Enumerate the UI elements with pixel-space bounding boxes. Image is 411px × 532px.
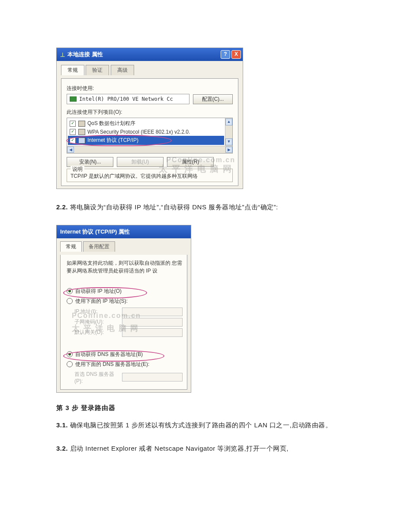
titlebar-icon: ⊥ bbox=[60, 51, 65, 58]
ip-input[interactable] bbox=[122, 373, 183, 381]
button-row: 安装(N)... 卸载(U) 属性(R) PConline.com.cn bbox=[67, 157, 233, 167]
group-title: 说明 bbox=[71, 166, 84, 173]
protocol-icon bbox=[78, 121, 85, 127]
description-text: TCP/IP 是默认的广域网协议。它提供跨越多种互联网络 bbox=[71, 173, 229, 180]
checkbox-icon[interactable]: ✓ bbox=[70, 121, 76, 127]
ip-input[interactable] bbox=[122, 318, 183, 327]
tab-general[interactable]: 常规 bbox=[61, 65, 84, 75]
uninstall-button[interactable]: 卸载(U) bbox=[117, 157, 164, 167]
para-text: 确保电脑已按照第 1 步所述以有线方式连接到了路由器的四个 LAN 口之一,启动… bbox=[70, 421, 332, 429]
paragraph-3-1: 3.1. 确保电脑已按照第 1 步所述以有线方式连接到了路由器的四个 LAN 口… bbox=[56, 419, 355, 432]
close-button[interactable]: X bbox=[231, 50, 241, 59]
dialog-body: 常规 验证 高级 连接时使用: Intel(R) PRO/100 VE Netw… bbox=[57, 61, 243, 189]
field-label: 默认网关(D): bbox=[74, 329, 122, 336]
scroll-down-icon[interactable]: ▼ bbox=[225, 138, 232, 145]
window-titlebar: ⊥ 本地连接 属性 ? X bbox=[57, 48, 243, 61]
radio-auto-ip[interactable]: 自动获得 IP 地址(O) bbox=[67, 288, 183, 295]
configure-button[interactable]: 配置(C)... bbox=[193, 94, 233, 104]
radio-icon[interactable] bbox=[67, 361, 73, 367]
radio-label: 使用下面的 IP 地址(S): bbox=[75, 298, 128, 305]
field-label: 首选 DNS 服务器(P): bbox=[74, 371, 122, 384]
para-text: 启动 Internet Explorer 戒者 Netscape Navigat… bbox=[70, 445, 289, 452]
help-button[interactable]: ? bbox=[221, 50, 230, 59]
horizontal-scrollbar[interactable]: ◀ ▶ bbox=[67, 146, 232, 153]
list-item-selected[interactable]: ✓ Internet 协议 (TCP/IP) bbox=[68, 136, 224, 145]
protocol-icon bbox=[78, 138, 85, 144]
document-page: ⊥ 本地连接 属性 ? X 常规 验证 高级 连接时使用: Intel(R) P… bbox=[0, 0, 411, 501]
screenshot-tcpip-properties: Internet 协议 (TCP/IP) 属性 常规 备用配置 如果网络支持此功… bbox=[56, 225, 191, 393]
nic-text: Intel(R) PRO/100 VE Network Cc bbox=[79, 95, 173, 103]
radio-auto-dns[interactable]: 自动获得 DNS 服务器地址(B) bbox=[67, 351, 183, 358]
window-title: 本地连接 属性 bbox=[67, 51, 219, 58]
gateway-field: 默认网关(D): 太 平 洋 电 脑 网 bbox=[74, 328, 183, 337]
field-label: IP 地址(I): bbox=[74, 308, 122, 315]
radio-label: 自动获得 IP 地址(O) bbox=[75, 288, 122, 295]
tab-general[interactable]: 常规 bbox=[60, 241, 82, 252]
tab-panel: 连接时使用: Intel(R) PRO/100 VE Network Cc 配置… bbox=[61, 78, 238, 186]
ip-input[interactable] bbox=[122, 308, 183, 316]
paragraph-3-2: 3.2. 启动 Internet Explorer 戒者 Netscape Na… bbox=[56, 442, 355, 455]
radio-label: 自动获得 DNS 服务器地址(B) bbox=[75, 351, 143, 358]
list-item-label: Internet 协议 (TCP/IP) bbox=[87, 137, 138, 144]
properties-button[interactable]: 属性(R) bbox=[167, 157, 214, 167]
scroll-left-icon[interactable]: ◀ bbox=[67, 147, 74, 153]
subnet-mask-field: 子网掩码(U): PConline.com.cn bbox=[74, 318, 183, 327]
radio-icon[interactable] bbox=[67, 351, 73, 357]
screenshot-local-connection-properties: ⊥ 本地连接 属性 ? X 常规 验证 高级 连接时使用: Intel(R) P… bbox=[56, 48, 243, 189]
para-text: 将电脑设为“自动获得 IP 地址”,“自动获得 DNS 服务器地址”点击“确定”… bbox=[70, 203, 278, 211]
dialog-body: 常规 备用配置 如果网络支持此功能，则可以获取自动指派的 您需要从网络系统管理员… bbox=[57, 238, 191, 392]
list-item[interactable]: ✓ WPA Security Protocol (IEEE 802.1x) v2… bbox=[68, 128, 224, 136]
tab-strip: 常规 验证 高级 bbox=[61, 64, 238, 75]
window-titlebar: Internet 协议 (TCP/IP) 属性 bbox=[57, 225, 191, 238]
tab-auth[interactable]: 验证 bbox=[86, 65, 109, 75]
tab-alt-config[interactable]: 备用配置 bbox=[83, 241, 115, 252]
heading-step-3: 第 3 步 登录路由器 bbox=[56, 404, 355, 412]
nic-icon bbox=[70, 96, 77, 102]
radio-label: 使用下面的 DNS 服务器地址(E): bbox=[75, 361, 149, 368]
scroll-right-icon[interactable]: ▶ bbox=[225, 147, 232, 153]
tab-panel: 如果网络支持此功能，则可以获取自动指派的 您需要从网络系统管理员处获得适当的 I… bbox=[60, 255, 187, 390]
radio-manual-ip[interactable]: 使用下面的 IP 地址(S): bbox=[67, 298, 183, 305]
ip-input[interactable] bbox=[122, 328, 183, 337]
tab-advanced[interactable]: 高级 bbox=[111, 65, 134, 75]
checkbox-icon[interactable]: ✓ bbox=[70, 138, 76, 144]
protocol-icon bbox=[78, 129, 85, 135]
field-label: 子网掩码(U): bbox=[74, 318, 122, 326]
list-item-label: WPA Security Protocol (IEEE 802.1x) v2.2… bbox=[87, 129, 190, 135]
nic-display: Intel(R) PRO/100 VE Network Cc bbox=[67, 94, 189, 104]
connect-using-label: 连接时使用: bbox=[67, 85, 233, 92]
radio-icon[interactable] bbox=[67, 288, 73, 294]
list-item[interactable]: ✓ QoS 数据包计划程序 bbox=[68, 119, 224, 128]
description-text: 如果网络支持此功能，则可以获取自动指派的 您需要从网络系统管理员处获得适当的 I… bbox=[67, 259, 183, 275]
list-item-label: QoS 数据包计划程序 bbox=[87, 120, 135, 127]
radio-manual-dns[interactable]: 使用下面的 DNS 服务器地址(E): bbox=[67, 361, 183, 368]
window-title: Internet 协议 (TCP/IP) 属性 bbox=[60, 228, 189, 236]
ip-address-field: IP 地址(I): bbox=[74, 308, 183, 316]
paragraph-2-2: 2.2. 将电脑设为“自动获得 IP 地址”,“自动获得 DNS 服务器地址”点… bbox=[56, 201, 355, 214]
scroll-up-icon[interactable]: ▲ bbox=[225, 119, 232, 125]
items-label: 此连接使用下列项目(O): bbox=[67, 109, 233, 116]
vertical-scrollbar[interactable]: ▲ ▼ bbox=[225, 118, 232, 146]
description-group: 说明 TCP/IP 是默认的广域网协议。它提供跨越多种互联网络 太 平 洋 电 … bbox=[67, 169, 233, 182]
radio-icon[interactable] bbox=[67, 298, 73, 304]
tab-strip: 常规 备用配置 bbox=[60, 241, 187, 251]
dns-primary-field: 首选 DNS 服务器(P): bbox=[74, 371, 183, 384]
checkbox-icon[interactable]: ✓ bbox=[70, 129, 76, 135]
protocol-listbox[interactable]: ✓ QoS 数据包计划程序 ✓ WPA Security Protocol (I… bbox=[67, 118, 233, 154]
